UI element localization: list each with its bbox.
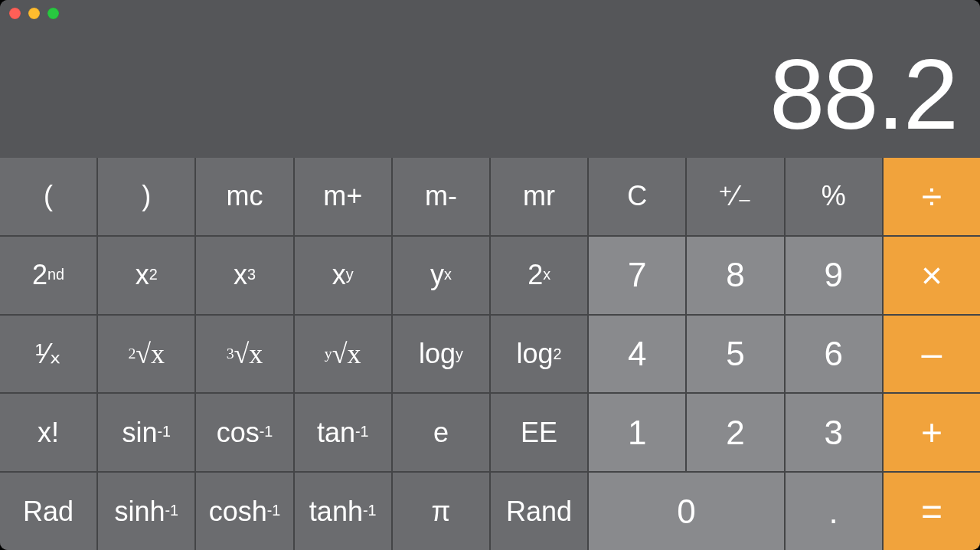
x-pow-y-button[interactable]: xy bbox=[295, 237, 391, 314]
acos-button[interactable]: cos-1 bbox=[196, 394, 292, 471]
digit-6-button[interactable]: 6 bbox=[786, 316, 882, 393]
digit-9-button[interactable]: 9 bbox=[786, 237, 882, 314]
digit-1-button[interactable]: 1 bbox=[589, 394, 685, 471]
acosh-button[interactable]: cosh-1 bbox=[196, 473, 292, 550]
factorial-button[interactable]: x! bbox=[0, 394, 96, 471]
mc-button[interactable]: mc bbox=[196, 158, 292, 235]
atan-button[interactable]: tan-1 bbox=[295, 394, 391, 471]
rad-button[interactable]: Rad bbox=[0, 473, 96, 550]
multiply-button[interactable]: × bbox=[884, 237, 980, 314]
plus-button[interactable]: + bbox=[884, 394, 980, 471]
rand-button[interactable]: Rand bbox=[491, 473, 587, 550]
sqrt-button[interactable]: 2√x bbox=[98, 316, 194, 393]
display-value: 88.2 bbox=[769, 44, 980, 158]
percent-button[interactable]: % bbox=[786, 158, 882, 235]
yroot-button[interactable]: y√x bbox=[295, 316, 391, 393]
keypad: ( ) mc m+ m- mr C ⁺⁄₋ % ÷ 2nd x2 x3 xy y… bbox=[0, 158, 980, 550]
second-button[interactable]: 2nd bbox=[0, 237, 96, 314]
cbrt-button[interactable]: 3√x bbox=[196, 316, 292, 393]
reciprocal-button[interactable]: ¹⁄ₓ bbox=[0, 316, 96, 393]
minus-button[interactable]: – bbox=[884, 316, 980, 393]
asinh-button[interactable]: sinh-1 bbox=[98, 473, 194, 550]
digit-0-button[interactable]: 0 bbox=[589, 473, 783, 550]
decimal-button[interactable]: . bbox=[786, 473, 882, 550]
clear-button[interactable]: C bbox=[589, 158, 685, 235]
logy-button[interactable]: logy bbox=[393, 316, 489, 393]
equals-button[interactable]: = bbox=[884, 473, 980, 550]
digit-7-button[interactable]: 7 bbox=[589, 237, 685, 314]
display-area: 88.2 bbox=[0, 0, 980, 158]
divide-button[interactable]: ÷ bbox=[884, 158, 980, 235]
x-squared-button[interactable]: x2 bbox=[98, 237, 194, 314]
mplus-button[interactable]: m+ bbox=[295, 158, 391, 235]
digit-2-button[interactable]: 2 bbox=[687, 394, 783, 471]
window-controls bbox=[9, 8, 59, 19]
log2-button[interactable]: log2 bbox=[491, 316, 587, 393]
pi-button[interactable]: π bbox=[393, 473, 489, 550]
y-pow-x-button[interactable]: yx bbox=[393, 237, 489, 314]
digit-3-button[interactable]: 3 bbox=[786, 394, 882, 471]
x-cubed-button[interactable]: x3 bbox=[196, 237, 292, 314]
e-button[interactable]: e bbox=[393, 394, 489, 471]
two-pow-x-button[interactable]: 2x bbox=[491, 237, 587, 314]
zoom-icon[interactable] bbox=[47, 8, 59, 19]
atanh-button[interactable]: tanh-1 bbox=[295, 473, 391, 550]
asin-button[interactable]: sin-1 bbox=[98, 394, 194, 471]
digit-5-button[interactable]: 5 bbox=[687, 316, 783, 393]
rparen-button[interactable]: ) bbox=[98, 158, 194, 235]
calculator-window: 88.2 ( ) mc m+ m- mr C ⁺⁄₋ % ÷ 2nd x2 x3… bbox=[0, 0, 980, 550]
digit-4-button[interactable]: 4 bbox=[589, 316, 685, 393]
minimize-icon[interactable] bbox=[28, 8, 40, 19]
mr-button[interactable]: mr bbox=[491, 158, 587, 235]
ee-button[interactable]: EE bbox=[491, 394, 587, 471]
mminus-button[interactable]: m- bbox=[393, 158, 489, 235]
digit-8-button[interactable]: 8 bbox=[687, 237, 783, 314]
close-icon[interactable] bbox=[9, 8, 21, 19]
negate-button[interactable]: ⁺⁄₋ bbox=[687, 158, 783, 235]
lparen-button[interactable]: ( bbox=[0, 158, 96, 235]
